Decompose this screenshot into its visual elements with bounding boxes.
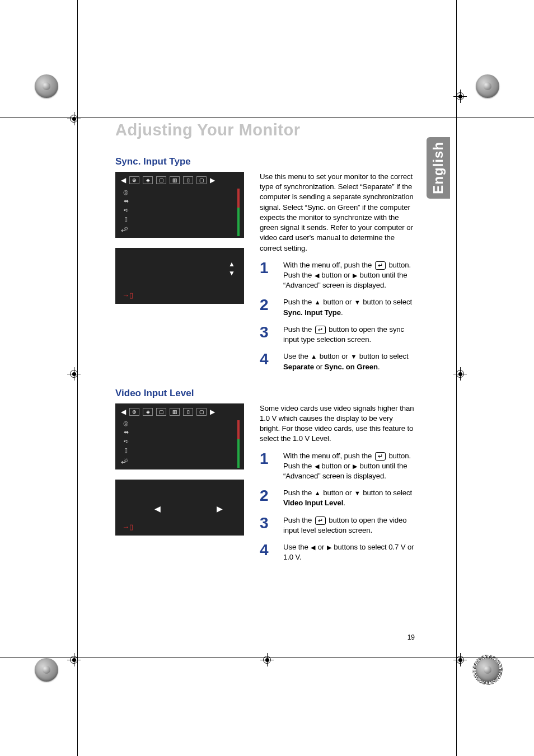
step-text: With the menu off, push the ↵ button. Pu…	[283, 260, 415, 291]
up-arrow-icon: ▲	[228, 260, 235, 268]
enter-button-icon: ↵	[375, 261, 386, 270]
osd-tab-icon: ⊕	[129, 408, 139, 416]
right-arrow-icon: ▶	[353, 462, 357, 471]
osd-side-icon: ⬌	[121, 198, 130, 204]
exit-icon: →▯	[122, 523, 133, 531]
step-number: 1	[260, 451, 278, 467]
step-4: 4 Use the ▲ button or ▼ button to select…	[260, 351, 415, 372]
down-arrow-icon: ▼	[354, 489, 360, 497]
down-arrow-icon: ▼	[228, 269, 235, 277]
nav-right-icon: ▶	[210, 176, 215, 184]
step-number: 4	[260, 542, 278, 558]
corner-disk-tl	[35, 74, 58, 98]
osd-side-icon: ◎	[121, 189, 130, 195]
step-text: Use the ◀ or ▶ buttons to select 0.7 V o…	[283, 542, 415, 562]
corner-disk-br	[476, 658, 499, 682]
chapter-title: Adjusting Your Monitor	[115, 121, 415, 139]
registration-mark	[453, 653, 467, 666]
step-text: Push the ▲ button or ▼ button to select …	[283, 488, 415, 508]
osd-tab-icon: ⊕	[129, 176, 139, 184]
step-text: With the menu off, push the ↵ button. Pu…	[283, 451, 415, 482]
left-arrow-icon: ◀	[315, 462, 319, 471]
language-tab: English	[427, 137, 450, 199]
osd-tab-icon: ▢	[196, 408, 207, 416]
nav-left-icon: ◀	[121, 408, 126, 416]
osd-tab-icon: ▢	[156, 408, 166, 416]
left-arrow-icon: ◀	[311, 543, 315, 552]
right-arrow-icon: ▶	[327, 543, 331, 552]
osd-tab-icon: ▥	[170, 176, 180, 184]
registration-mark	[67, 653, 81, 666]
registration-mark	[67, 367, 81, 381]
page-number: 19	[407, 633, 415, 641]
up-arrow-icon: ▲	[311, 353, 317, 361]
osd-scrollbar	[237, 189, 240, 236]
corner-disk-tr	[476, 74, 499, 98]
enter-button-icon: ↵	[375, 452, 386, 461]
osd-illustrations: ◀ ⊕ ◈ ▢ ▥ ▯ ▢ ▶ ◎ ⬌ ➪ ▯ ☼ ↵	[115, 403, 244, 536]
down-arrow-icon: ▼	[350, 353, 357, 361]
osd-side-icon: ◎	[121, 420, 130, 427]
registration-mark	[453, 90, 467, 103]
osd-side-icon: ➪	[121, 206, 130, 213]
osd-sync-type-screen: ▲ ▼ →▯	[115, 248, 244, 304]
left-arrow-icon: ◀	[315, 271, 319, 280]
enter-icon: ↵	[121, 227, 127, 234]
osd-video-level-screen: ◀ ▶ →▯	[115, 480, 244, 536]
section-sync-input-type: Sync. Input Type ◀ ⊕ ◈ ▢ ▥ ▯ ▢ ▶ ◎ ⬌ ➪ ▯	[115, 156, 415, 372]
intro-text: Use this menu to set your monitor to the…	[260, 172, 415, 253]
up-arrow-icon: ▲	[315, 489, 321, 497]
step-number: 2	[260, 488, 278, 504]
osd-tab-icon: ▯	[183, 408, 193, 416]
step-4: 4 Use the ◀ or ▶ buttons to select 0.7 V…	[260, 542, 415, 562]
osd-tab-icon: ◈	[143, 176, 153, 184]
step-text: Push the ▲ button or ▼ button to select …	[283, 297, 415, 317]
exit-icon: →▯	[122, 291, 133, 299]
osd-main-menu: ◀ ⊕ ◈ ▢ ▥ ▯ ▢ ▶ ◎ ⬌ ➪ ▯ ☼ ↵	[115, 172, 244, 238]
section-video-input-level: Video Input Level ◀ ⊕ ◈ ▢ ▥ ▯ ▢ ▶ ◎ ⬌ ➪	[115, 388, 415, 563]
osd-tab-icon: ◈	[143, 408, 153, 416]
instructions: Some video cards use video signals highe…	[260, 403, 415, 563]
registration-mark	[453, 367, 467, 381]
step-3: 3 Push the ↵ button to open the video in…	[260, 515, 415, 536]
left-arrow-icon: ◀	[154, 504, 161, 513]
step-number: 4	[260, 351, 278, 367]
osd-tab-icon: ▯	[183, 176, 193, 184]
step-number: 1	[260, 260, 278, 276]
section-title: Sync. Input Type	[115, 156, 415, 167]
step-text: Use the ▲ button or ▼ button to select S…	[283, 351, 415, 372]
page-content: Adjusting Your Monitor Sync. Input Type …	[115, 121, 415, 641]
step-text: Push the ↵ button to open the video inpu…	[283, 515, 415, 536]
registration-mark	[260, 653, 274, 666]
nav-left-icon: ◀	[121, 176, 126, 184]
right-arrow-icon: ▶	[217, 504, 223, 513]
osd-illustrations: ◀ ⊕ ◈ ▢ ▥ ▯ ▢ ▶ ◎ ⬌ ➪ ▯ ☼ ↵	[115, 172, 244, 304]
down-arrow-icon: ▼	[354, 298, 360, 307]
step-1: 1 With the menu off, push the ↵ button. …	[260, 260, 415, 291]
instructions: Use this menu to set your monitor to the…	[260, 172, 415, 372]
up-arrow-icon: ▲	[315, 298, 321, 307]
osd-tab-icon: ▢	[156, 176, 166, 184]
osd-scrollbar	[237, 420, 240, 468]
step-text: Push the ↵ button to open the sync input…	[283, 325, 415, 345]
osd-tab-icon: ▥	[170, 408, 180, 416]
osd-side-icon: ⬌	[121, 429, 130, 436]
section-title: Video Input Level	[115, 388, 415, 399]
intro-text: Some video cards use video signals highe…	[260, 403, 415, 444]
step-2: 2 Push the ▲ button or ▼ button to selec…	[260, 488, 415, 508]
step-1: 1 With the menu off, push the ↵ button. …	[260, 451, 415, 482]
step-2: 2 Push the ▲ button or ▼ button to selec…	[260, 297, 415, 317]
osd-main-menu: ◀ ⊕ ◈ ▢ ▥ ▯ ▢ ▶ ◎ ⬌ ➪ ▯ ☼ ↵	[115, 403, 244, 469]
step-number: 3	[260, 325, 278, 340]
step-number: 2	[260, 297, 278, 313]
language-label: English	[430, 142, 446, 194]
enter-button-icon: ↵	[315, 516, 326, 525]
osd-tab-icon: ▢	[196, 176, 207, 184]
osd-side-icon: ➪	[121, 438, 130, 445]
enter-icon: ↵	[121, 458, 127, 466]
enter-button-icon: ↵	[315, 326, 326, 334]
right-arrow-icon: ▶	[353, 271, 357, 280]
corner-disk-bl	[35, 658, 58, 682]
registration-mark	[67, 112, 81, 125]
step-number: 3	[260, 515, 278, 531]
